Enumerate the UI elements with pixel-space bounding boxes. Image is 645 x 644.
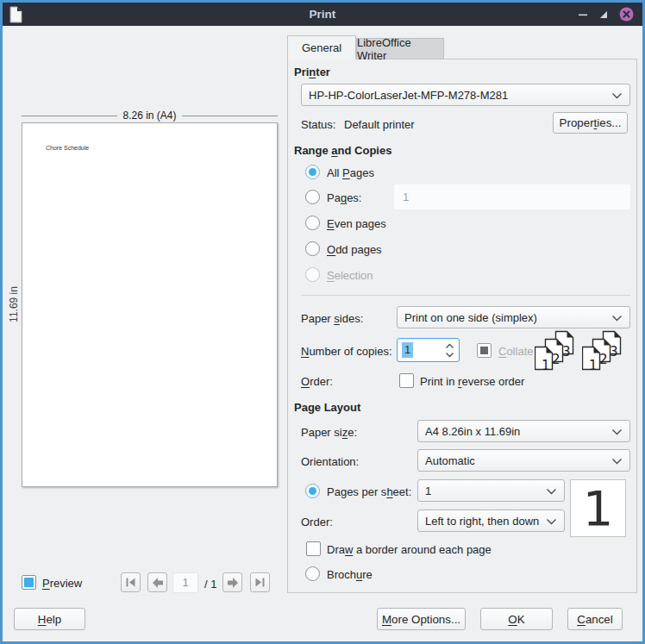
even-pages-label[interactable]: Even pages bbox=[327, 216, 386, 232]
chevron-down-icon bbox=[611, 311, 623, 324]
paper-sides-value: Print on one side (simplex) bbox=[404, 311, 537, 324]
dimension-line-left bbox=[22, 116, 117, 116]
first-page-button[interactable] bbox=[121, 572, 141, 592]
pages-label[interactable]: Pages: bbox=[327, 191, 361, 206]
more-options-button[interactable]: More Options... bbox=[377, 608, 466, 630]
restore-button[interactable] bbox=[598, 9, 609, 20]
layout-order-select[interactable]: Left to right, then down bbox=[417, 510, 565, 532]
paper-size-value: A4 8.26in x 11.69in bbox=[425, 425, 520, 438]
window-title: Print bbox=[3, 8, 642, 21]
all-pages-label[interactable]: All Pages bbox=[327, 166, 374, 181]
draw-border-checkbox[interactable] bbox=[306, 541, 321, 556]
pages-per-sheet-value: 1 bbox=[425, 485, 431, 497]
chevron-down-icon bbox=[611, 89, 623, 102]
print-dialog-window: Print 8.26 in (A4) 11.69 in bbox=[0, 0, 645, 644]
preview-checkbox[interactable] bbox=[22, 575, 36, 590]
draw-border-label[interactable]: Draw a border around each page bbox=[327, 542, 492, 558]
collate-label: Collate bbox=[498, 344, 533, 360]
close-button[interactable] bbox=[619, 7, 634, 22]
printer-select[interactable]: HP-HP-ColorLaserJet-MFP-M278-M281 bbox=[301, 84, 630, 106]
uncollate-pages-icon: 1 2 3 bbox=[582, 330, 622, 374]
next-page-button[interactable] bbox=[222, 572, 242, 592]
pages-per-sheet-label[interactable]: Pages per sheet: bbox=[327, 485, 411, 500]
page-total-label: / 1 bbox=[204, 577, 216, 592]
reverse-order-checkbox[interactable] bbox=[399, 373, 414, 388]
range-copies-section-header: Range and Copies bbox=[294, 144, 391, 157]
number-of-copies-label: Number of copies: bbox=[301, 344, 392, 360]
copies-spinner[interactable]: 1 bbox=[397, 338, 460, 362]
chevron-down-icon bbox=[611, 425, 623, 438]
page-width-label: 8.26 in (A4) bbox=[122, 109, 176, 122]
even-pages-radio[interactable] bbox=[305, 216, 320, 230]
pages-per-sheet-preview: 1 bbox=[570, 479, 626, 537]
paper-sides-select[interactable]: Print on one side (simplex) bbox=[397, 306, 630, 328]
orientation-label: Orientation: bbox=[301, 454, 359, 470]
paper-size-select[interactable]: A4 8.26in x 11.69in bbox=[417, 420, 630, 442]
pages-range-input[interactable] bbox=[394, 184, 630, 209]
minimize-button[interactable] bbox=[578, 9, 588, 20]
tab-writer-label: LibreOffice Writer bbox=[357, 36, 443, 62]
page-height-label: 11.69 in bbox=[8, 286, 20, 322]
chevron-down-icon bbox=[546, 515, 557, 528]
paper-sides-label: Paper sides: bbox=[301, 311, 363, 327]
printer-section-header: Printer bbox=[294, 66, 330, 78]
svg-text:1: 1 bbox=[542, 358, 550, 372]
titlebar[interactable]: Print bbox=[3, 3, 642, 26]
pages-radio[interactable] bbox=[305, 190, 320, 204]
page-width-dimension: 8.26 in (A4) bbox=[22, 109, 278, 122]
selection-radio bbox=[305, 267, 320, 282]
odd-pages-radio[interactable] bbox=[305, 241, 320, 256]
cancel-button[interactable]: Cancel bbox=[567, 608, 623, 630]
previous-page-button[interactable] bbox=[147, 572, 167, 592]
pages-per-sheet-select[interactable]: 1 bbox=[417, 479, 565, 502]
help-button[interactable]: Help bbox=[14, 608, 85, 630]
last-page-button[interactable] bbox=[250, 572, 270, 592]
document-preview-text: Chore Schedule bbox=[46, 145, 89, 151]
status-value: Default printer bbox=[344, 117, 415, 133]
status-label: Status: bbox=[301, 117, 335, 133]
spinner-up-icon bbox=[445, 343, 454, 349]
page-layout-section-header: Page Layout bbox=[294, 401, 360, 414]
sheet-preview-number: 1 bbox=[583, 480, 614, 536]
copies-value: 1 bbox=[402, 342, 413, 358]
collate-checkbox bbox=[477, 343, 492, 358]
pages-per-sheet-radio[interactable] bbox=[305, 484, 320, 498]
orientation-value: Automatic bbox=[425, 454, 475, 467]
ok-button[interactable]: OK bbox=[480, 608, 553, 630]
reverse-order-label[interactable]: Print in reverse order bbox=[420, 374, 524, 390]
dimension-line-right bbox=[182, 116, 278, 116]
svg-text:3: 3 bbox=[562, 344, 571, 360]
tab-general-label: General bbox=[302, 41, 341, 54]
preview-checkbox-label[interactable]: Preview bbox=[42, 576, 82, 591]
collate-pages-icon: 1 2 3 bbox=[535, 330, 574, 374]
odd-pages-label[interactable]: Odd pages bbox=[327, 242, 382, 258]
print-preview-page: Chore Schedule bbox=[22, 122, 278, 487]
selection-label: Selection bbox=[327, 268, 373, 284]
brochure-radio[interactable] bbox=[305, 566, 320, 581]
chevron-down-icon bbox=[546, 485, 557, 497]
printer-select-value: HP-HP-ColorLaserJet-MFP-M278-M281 bbox=[309, 89, 508, 102]
section-separator bbox=[301, 295, 630, 296]
svg-text:1: 1 bbox=[589, 358, 598, 372]
svg-text:2: 2 bbox=[599, 352, 608, 367]
all-pages-radio[interactable] bbox=[305, 165, 320, 179]
properties-button[interactable]: Properties... bbox=[553, 112, 628, 134]
brochure-label[interactable]: Brochure bbox=[327, 567, 373, 583]
layout-order-label: Order: bbox=[301, 515, 333, 530]
spinner-down-icon bbox=[445, 352, 454, 358]
chevron-down-icon bbox=[611, 454, 623, 467]
svg-text:2: 2 bbox=[552, 352, 560, 367]
orientation-select[interactable]: Automatic bbox=[417, 449, 630, 472]
tab-general[interactable]: General bbox=[287, 35, 356, 59]
tab-libreoffice-writer[interactable]: LibreOffice Writer bbox=[356, 38, 444, 59]
page-number-field[interactable]: 1 bbox=[172, 572, 198, 593]
layout-order-value: Left to right, then down bbox=[425, 515, 539, 528]
svg-text:3: 3 bbox=[610, 344, 618, 360]
paper-size-label: Paper size: bbox=[301, 425, 357, 441]
order-label: Order: bbox=[301, 374, 333, 390]
